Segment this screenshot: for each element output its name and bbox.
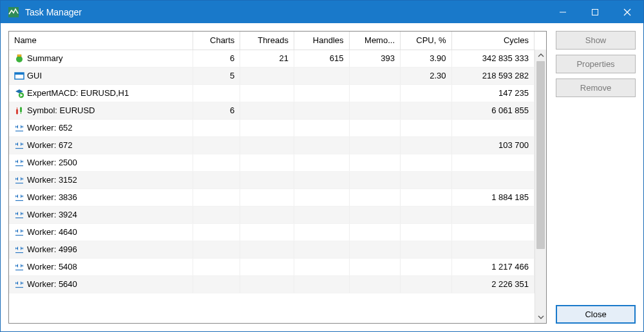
cell-threads — [240, 67, 294, 84]
table-row[interactable]: Worker: 54081 217 466 — [9, 258, 535, 275]
worker-icon — [14, 262, 24, 272]
row-name-label: Worker: 3836 — [27, 192, 77, 202]
cell-charts: 6 — [193, 50, 240, 67]
table-row[interactable]: Worker: 38361 884 185 — [9, 189, 535, 206]
cell-handles — [294, 67, 349, 84]
row-name-label: Symbol: EURUSD — [27, 106, 95, 115]
col-cpu[interactable]: CPU, % — [401, 32, 452, 50]
cell-cycles — [451, 119, 534, 136]
worker-icon — [14, 140, 24, 151]
table-row[interactable]: Summary6216153933.90342 835 333 — [9, 50, 535, 67]
cell-handles — [294, 136, 349, 154]
col-name[interactable]: Name — [9, 32, 193, 50]
window: Task Manager — [0, 0, 644, 332]
side-button-panel: Show Properties Remove Close — [556, 31, 636, 324]
cell-cycles: 1 217 466 — [451, 258, 534, 275]
scroll-down-arrow-icon[interactable] — [535, 311, 547, 323]
cell-name: Worker: 5408 — [9, 258, 193, 275]
table-row[interactable]: Worker: 652 — [9, 119, 535, 136]
table-row[interactable]: Symbol: EURUSD66 061 855 — [9, 102, 535, 119]
cell-cycles — [451, 241, 534, 258]
cell-charts — [193, 119, 240, 136]
cell-charts — [193, 136, 240, 154]
cell-memory — [349, 189, 401, 206]
table-row[interactable]: Worker: 4640 — [9, 223, 535, 241]
row-name-label: Worker: 652 — [27, 123, 73, 133]
cell-handles — [294, 102, 349, 119]
cell-charts — [193, 223, 240, 241]
table-row[interactable]: Worker: 3924 — [9, 206, 535, 223]
col-handles[interactable]: Handles — [294, 32, 349, 50]
col-cycles[interactable]: Cycles — [451, 32, 534, 50]
cell-cycles: 218 593 282 — [451, 67, 534, 84]
cell-threads — [240, 154, 294, 171]
vertical-scrollbar[interactable] — [535, 50, 546, 323]
col-charts[interactable]: Charts — [193, 32, 240, 50]
table-row[interactable]: GUI52.30218 593 282 — [9, 67, 535, 84]
cell-charts — [193, 189, 240, 206]
table-row[interactable]: Worker: 56402 226 351 — [9, 275, 535, 293]
svg-rect-8 — [15, 73, 24, 75]
cell-memory — [349, 275, 401, 293]
worker-icon — [14, 210, 24, 220]
table-row[interactable]: Worker: 3152 — [9, 171, 535, 189]
scroll-track[interactable] — [535, 61, 546, 311]
scroll-up-arrow-icon[interactable] — [535, 50, 547, 61]
cell-threads — [240, 119, 294, 136]
svg-rect-23 — [15, 270, 23, 270]
cell-name: Worker: 652 — [9, 119, 193, 136]
close-dialog-button[interactable]: Close — [556, 305, 636, 324]
cell-handles — [294, 154, 349, 171]
task-grid[interactable]: Name Charts Threads Handles Memo... CPU,… — [9, 32, 546, 323]
cell-memory: 393 — [349, 50, 401, 67]
svg-rect-18 — [15, 183, 23, 183]
task-table: Name Charts Threads Handles Memo... CPU,… — [9, 32, 535, 293]
cell-threads — [240, 84, 294, 102]
table-row[interactable]: Worker: 4996 — [9, 241, 535, 258]
svg-point-5 — [16, 56, 23, 62]
row-name-label: Worker: 4640 — [27, 227, 77, 237]
cell-cpu — [401, 154, 452, 171]
cell-cpu — [401, 206, 452, 223]
cell-threads — [240, 171, 294, 189]
properties-button[interactable]: Properties — [556, 55, 636, 73]
cell-handles — [294, 84, 349, 102]
cell-cpu — [401, 171, 452, 189]
cell-name: GUI — [9, 67, 193, 84]
cell-cycles: 6 061 855 — [451, 102, 534, 119]
table-row[interactable]: Worker: 672103 700 — [9, 136, 535, 154]
gui-icon — [14, 71, 24, 81]
show-button[interactable]: Show — [556, 31, 636, 50]
cell-name: ExpertMACD: EURUSD,H1 — [9, 84, 193, 102]
worker-icon — [14, 244, 24, 255]
minimize-button[interactable] — [547, 1, 579, 23]
remove-button[interactable]: Remove — [556, 78, 636, 97]
col-threads[interactable]: Threads — [240, 32, 294, 50]
cell-charts — [193, 84, 240, 102]
cell-name: Worker: 3924 — [9, 206, 193, 223]
scroll-thumb[interactable] — [536, 61, 545, 249]
close-button[interactable] — [611, 1, 643, 23]
cell-handles — [294, 189, 349, 206]
svg-rect-17 — [15, 165, 23, 166]
table-row[interactable]: Worker: 2500 — [9, 154, 535, 171]
cell-cycles: 147 235 — [451, 84, 534, 102]
cell-handles — [294, 241, 349, 258]
row-name-label: Worker: 5640 — [27, 279, 77, 289]
cell-name: Worker: 2500 — [9, 154, 193, 171]
cell-cpu — [401, 258, 452, 275]
column-header-row: Name Charts Threads Handles Memo... CPU,… — [9, 32, 535, 50]
cell-handles — [294, 206, 349, 223]
cell-cycles — [451, 206, 534, 223]
cell-threads — [240, 189, 294, 206]
cell-cpu: 3.90 — [401, 50, 452, 67]
col-memory[interactable]: Memo... — [349, 32, 401, 50]
expert-icon — [14, 88, 24, 98]
cell-name: Symbol: EURUSD — [9, 102, 193, 119]
maximize-button[interactable] — [579, 1, 611, 23]
cell-name: Summary — [9, 50, 193, 67]
cell-charts — [193, 206, 240, 223]
table-row[interactable]: ExpertMACD: EURUSD,H1147 235 — [9, 84, 535, 102]
cell-memory — [349, 119, 401, 136]
titlebar[interactable]: Task Manager — [1, 1, 643, 23]
